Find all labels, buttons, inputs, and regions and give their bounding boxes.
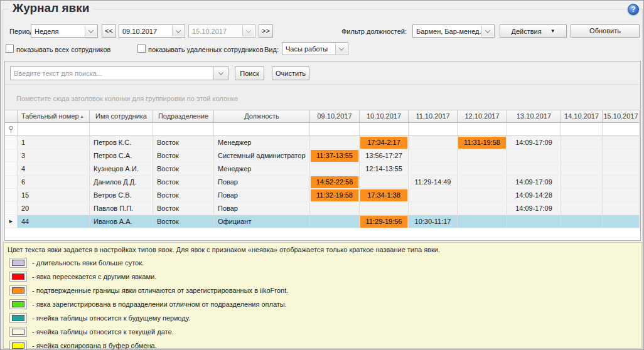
attendance-cell[interactable] <box>409 162 458 176</box>
attendance-cell[interactable]: 12:14-13:55 <box>360 162 409 176</box>
search-history-dropdown-button[interactable] <box>213 66 228 80</box>
attendance-cell[interactable] <box>409 136 458 149</box>
chevron-down-icon[interactable] <box>481 26 493 36</box>
column-header-9[interactable]: 13.10.2017 <box>507 110 561 123</box>
attendance-cell[interactable] <box>561 215 603 228</box>
filter-cell-8[interactable] <box>458 123 507 136</box>
attendance-cell[interactable] <box>458 215 507 228</box>
table-row[interactable]: 15Ветров С.В.ВостокПовар11:32-19:5817:34… <box>5 189 640 202</box>
employee-name-cell[interactable]: Данилов Д.Д. <box>90 176 153 189</box>
date-to-select[interactable]: 15.10.2017 <box>188 24 255 38</box>
show-deleted-employees-checkbox[interactable] <box>137 45 146 53</box>
attendance-cell[interactable]: 11:37-13:55 <box>310 149 360 162</box>
clear-button[interactable]: Очистить <box>272 66 309 80</box>
employee-name-cell[interactable]: Кузнецов А.И. <box>90 162 153 176</box>
employee-number-cell[interactable]: 15 <box>18 189 90 202</box>
actions-button[interactable]: Действия ▼ <box>500 24 567 38</box>
employee-number-cell[interactable]: 3 <box>18 149 90 162</box>
attendance-cell[interactable]: 17:34-1:38 <box>360 189 409 202</box>
filter-cell-1[interactable] <box>18 123 90 136</box>
attendance-cell[interactable] <box>310 215 360 228</box>
department-cell[interactable]: Восток <box>153 176 214 189</box>
filter-cell-2[interactable] <box>90 123 153 136</box>
row-selector-cell[interactable] <box>5 189 18 202</box>
attendance-cell[interactable]: 11:29-19:56 <box>360 215 409 228</box>
attendance-cell[interactable]: 14:09-17:09 <box>507 176 561 189</box>
column-header-2[interactable]: Имя сотрудника <box>90 110 153 123</box>
attendance-cell[interactable] <box>603 215 640 228</box>
row-selector-cell[interactable] <box>5 176 18 189</box>
attendance-cell[interactable] <box>310 202 360 215</box>
employee-name-cell[interactable]: Ветров С.В. <box>90 189 153 202</box>
filter-cell-7[interactable] <box>409 123 458 136</box>
attendance-cell[interactable] <box>409 202 458 215</box>
row-selector-cell[interactable] <box>5 149 18 162</box>
attendance-cell[interactable]: 14:09-14:28 <box>507 189 561 202</box>
row-selector-cell[interactable] <box>5 162 18 176</box>
filter-cell-5[interactable] <box>310 123 360 136</box>
next-period-button[interactable]: >> <box>259 24 273 38</box>
column-header-4[interactable]: Должность <box>214 110 310 123</box>
attendance-cell[interactable] <box>603 176 640 189</box>
attendance-cell[interactable] <box>603 202 640 215</box>
attendance-cell[interactable] <box>561 149 603 162</box>
table-row[interactable]: 3Петров С.А.ВостокСистемный администрато… <box>5 149 640 162</box>
table-row[interactable]: ▶44Иванов А.А.ВостокОфициант11:29-19:561… <box>5 215 640 228</box>
column-header-8[interactable]: 12.10.2017 <box>458 110 507 123</box>
date-from-select[interactable]: 09.10.2017 <box>119 24 185 38</box>
table-row[interactable]: 1Петров К.С.ВостокМенеджер17:34-2:1711:3… <box>5 136 640 149</box>
position-cell[interactable]: Системный администратор <box>214 149 310 162</box>
attendance-cell[interactable] <box>409 189 458 202</box>
attendance-cell[interactable] <box>603 162 640 176</box>
employee-number-cell[interactable]: 4 <box>18 162 90 176</box>
help-icon[interactable]: ? <box>628 4 639 15</box>
attendance-cell[interactable] <box>310 162 360 176</box>
employee-name-cell[interactable]: Петров К.С. <box>90 136 153 149</box>
row-selector-cell[interactable] <box>5 136 18 149</box>
column-header-3[interactable]: Подразделение <box>153 110 214 123</box>
attendance-cell[interactable] <box>507 149 561 162</box>
chevron-down-icon[interactable] <box>172 26 184 36</box>
attendance-cell[interactable]: 10:30-11:17 <box>409 215 458 228</box>
position-cell[interactable]: Менеджер <box>214 136 310 149</box>
attendance-cell[interactable]: 14:09-17:09 <box>507 202 561 215</box>
show-all-employees-checkbox[interactable] <box>6 45 14 53</box>
attendance-cell[interactable] <box>561 162 603 176</box>
attendance-cell[interactable] <box>603 189 640 202</box>
attendance-cell[interactable] <box>458 202 507 215</box>
prev-period-button[interactable]: << <box>102 24 116 38</box>
show-all-employees-label[interactable]: показывать всех сотрудников <box>16 46 110 53</box>
column-header-10[interactable]: 14.10.2017 <box>561 110 603 123</box>
attendance-cell[interactable] <box>507 162 561 176</box>
attendance-cell[interactable]: 14:52-22:56 <box>310 176 360 189</box>
attendance-cell[interactable] <box>360 176 409 189</box>
attendance-cell[interactable]: 14:09-17:09 <box>507 136 561 149</box>
position-cell[interactable]: Официант <box>214 215 310 228</box>
employee-name-cell[interactable]: Павлов П.П. <box>90 202 153 215</box>
table-row[interactable]: 6Данилов Д.Д.ВостокПовар14:52-22:5611:29… <box>5 176 640 189</box>
employee-name-cell[interactable]: Петров С.А. <box>90 149 153 162</box>
filter-cell-10[interactable] <box>561 123 603 136</box>
attendance-cell[interactable] <box>603 149 640 162</box>
attendance-cell[interactable]: 13:56-17:27 <box>360 149 409 162</box>
department-cell[interactable]: Восток <box>153 189 214 202</box>
view-select[interactable]: Часы работы <box>282 42 348 55</box>
column-header-1[interactable]: Табельный номер▲ <box>18 110 90 123</box>
filter-cell-4[interactable] <box>214 123 310 136</box>
refresh-button[interactable]: Обновить <box>571 24 640 38</box>
attendance-cell[interactable] <box>561 136 603 149</box>
attendance-cell[interactable] <box>561 176 603 189</box>
employee-number-cell[interactable]: 1 <box>18 136 90 149</box>
department-cell[interactable]: Восток <box>153 215 214 228</box>
search-input[interactable] <box>10 66 213 80</box>
table-row[interactable]: 20Павлов П.П.ВостокПовар14:09-17:09 <box>5 202 640 215</box>
employee-number-cell[interactable]: 6 <box>18 176 90 189</box>
department-cell[interactable]: Восток <box>153 162 214 176</box>
column-header-7[interactable]: 11.10.2017 <box>409 110 458 123</box>
attendance-cell[interactable] <box>458 189 507 202</box>
position-cell[interactable]: Повар <box>214 189 310 202</box>
column-header-11[interactable]: 15.10.2017 <box>603 110 640 123</box>
position-cell[interactable]: Менеджер <box>214 162 310 176</box>
employee-number-cell[interactable]: 20 <box>18 202 90 215</box>
attendance-cell[interactable] <box>507 215 561 228</box>
